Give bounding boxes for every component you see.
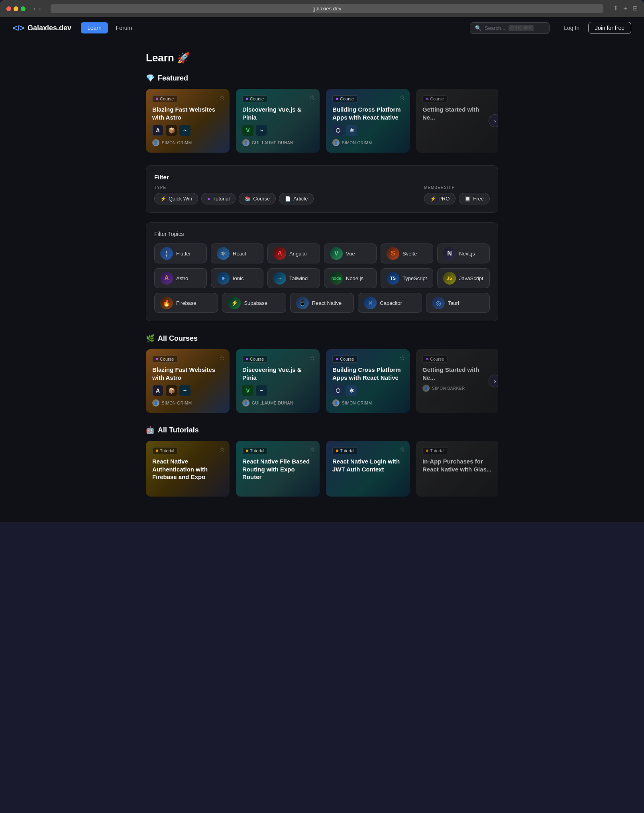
bookmark-icon[interactable]: ☆ bbox=[309, 446, 315, 453]
bookmark-icon[interactable]: ☆ bbox=[399, 446, 405, 453]
next-button-courses[interactable]: › bbox=[489, 375, 498, 387]
tech-icon-rn: ⬡ bbox=[332, 385, 344, 396]
topic-tauri[interactable]: ◎ Tauri bbox=[426, 293, 490, 313]
tutorial-card-1[interactable]: Tutorial ☆ React Native Authentication w… bbox=[146, 441, 230, 497]
topics-row-1: ⟩ Flutter ⚛ React A Angular V bbox=[154, 244, 490, 263]
card-badge: Tutorial bbox=[152, 447, 178, 454]
forward-button[interactable]: › bbox=[39, 5, 41, 12]
card-author: 👤 SIMON BARKER bbox=[422, 385, 493, 392]
membership-filter: MEMBERSHIP ⚡ PRO 🔲 Free bbox=[424, 185, 490, 204]
topics-row-2: A Astro ● Ionic ~ Tailwind node bbox=[154, 268, 490, 288]
bookmark-icon[interactable]: ☆ bbox=[399, 94, 405, 101]
topic-flutter[interactable]: ⟩ Flutter bbox=[154, 244, 207, 263]
tech-icon-tw2: ~ bbox=[256, 125, 267, 136]
topic-svelte[interactable]: S Svelte bbox=[381, 244, 433, 263]
card-title: Blazing Fast Websites with Astro bbox=[152, 106, 223, 121]
topic-nodejs[interactable]: node Node.js bbox=[324, 268, 377, 288]
card-badge: Course bbox=[332, 95, 357, 102]
card-badge: Course bbox=[422, 355, 448, 363]
badge-dot bbox=[246, 450, 248, 452]
card-author: 👤 SIMON GRIMM bbox=[152, 399, 223, 406]
nav-forum[interactable]: Forum bbox=[110, 22, 138, 33]
topic-react[interactable]: ⚛ React bbox=[211, 244, 263, 263]
all-tutorials-cards: Tutorial ☆ React Native Authentication w… bbox=[146, 441, 498, 497]
all-courses-cards: Course ☆ Blazing Fast Websites with Astr… bbox=[146, 349, 498, 413]
free-filter[interactable]: 🔲 Free bbox=[459, 193, 490, 204]
back-button[interactable]: ‹ bbox=[33, 5, 35, 12]
close-button[interactable] bbox=[6, 6, 11, 11]
topic-angular[interactable]: A Angular bbox=[267, 244, 320, 263]
card-author: 👤 SIMON GRIMM bbox=[332, 399, 403, 406]
badge-dot bbox=[336, 358, 338, 360]
tech-icon-react: ⚛ bbox=[346, 385, 357, 396]
next-button[interactable]: › bbox=[489, 114, 498, 127]
badge-dot bbox=[426, 98, 428, 100]
tech-icon-a: A bbox=[152, 125, 163, 136]
join-button[interactable]: Join for free bbox=[588, 22, 631, 34]
tutorial-card-4[interactable]: Tutorial In-App Purchases for React Nati… bbox=[416, 441, 498, 497]
logo[interactable]: </> Galaxies.dev bbox=[13, 24, 71, 33]
bookmark-icon[interactable]: ☆ bbox=[309, 94, 315, 101]
all-tutorials-row: Tutorial ☆ React Native Authentication w… bbox=[146, 441, 498, 497]
tutorial-card-3[interactable]: Tutorial ☆ React Native Login with JWT A… bbox=[326, 441, 410, 497]
bookmark-icon[interactable]: ☆ bbox=[399, 354, 405, 361]
topic-tailwind[interactable]: ~ Tailwind bbox=[267, 268, 320, 288]
topic-vue[interactable]: V Vue bbox=[324, 244, 377, 263]
card-title: Building Cross Platform Apps with React … bbox=[332, 366, 403, 381]
address-bar[interactable]: galaxies.dev bbox=[51, 4, 603, 13]
tutorial-filter[interactable]: ● Tutorial bbox=[201, 193, 236, 204]
topic-firebase[interactable]: 🔥 Firebase bbox=[154, 293, 218, 313]
bookmark-icon[interactable]: ☆ bbox=[309, 354, 315, 361]
minimize-button[interactable] bbox=[14, 6, 18, 11]
quickwin-filter[interactable]: ⚡ Quick Win bbox=[154, 193, 198, 204]
author-avatar: 👤 bbox=[242, 399, 249, 406]
author-avatar: 👤 bbox=[332, 139, 340, 146]
nav-auth: Log In Join for free bbox=[559, 22, 631, 34]
course-card-1[interactable]: Course ☆ Blazing Fast Websites with Astr… bbox=[146, 349, 230, 413]
course-card-2[interactable]: Course ☆ Discovering Vue.js & Pinia V ~ … bbox=[236, 349, 320, 413]
astro-icon: A bbox=[160, 272, 173, 285]
bookmark-icon[interactable]: ☆ bbox=[219, 94, 225, 101]
card-title: React Native File Based Routing with Exp… bbox=[242, 458, 313, 481]
tutorial-icon: ● bbox=[207, 196, 210, 202]
course-filter[interactable]: 📚 Course bbox=[239, 193, 276, 204]
svelte-icon: S bbox=[387, 247, 399, 260]
featured-card-4[interactable]: Course Getting Started with Ne... bbox=[416, 89, 498, 153]
topic-nextjs[interactable]: N Next.js bbox=[437, 244, 490, 263]
type-label: TYPE bbox=[154, 185, 314, 190]
course-card-4[interactable]: Course Getting Started with Ne... 👤 SIMO… bbox=[416, 349, 498, 413]
badge-dot bbox=[336, 450, 338, 452]
page-content: </> Galaxies.dev Learn Forum 🔍 Search...… bbox=[0, 17, 644, 522]
article-filter[interactable]: 📄 Article bbox=[279, 193, 314, 204]
topic-typescript[interactable]: TS TypeScript bbox=[381, 268, 433, 288]
featured-card-1[interactable]: Course ☆ Blazing Fast Websites with Astr… bbox=[146, 89, 230, 153]
tabs-icon[interactable]: ⊞ bbox=[632, 4, 638, 13]
login-button[interactable]: Log In bbox=[559, 22, 584, 33]
badge-dot bbox=[336, 98, 338, 100]
card-title: In-App Purchases for React Native with G… bbox=[422, 458, 493, 473]
tech-icon-react: ⚛ bbox=[346, 125, 357, 136]
topic-capacitor[interactable]: ✕ Capacitor bbox=[358, 293, 422, 313]
featured-card-2[interactable]: Course ☆ Discovering Vue.js & Pinia V ~ … bbox=[236, 89, 320, 153]
topic-reactnative[interactable]: 📱 React Native bbox=[290, 293, 354, 313]
topic-ionic[interactable]: ● Ionic bbox=[211, 268, 263, 288]
topic-astro[interactable]: A Astro bbox=[154, 268, 207, 288]
topic-javascript[interactable]: JS JavaScript bbox=[437, 268, 490, 288]
logo-icon: </> bbox=[13, 24, 24, 33]
badge-dot bbox=[246, 98, 248, 100]
bookmark-icon[interactable]: ☆ bbox=[219, 354, 225, 361]
share-icon[interactable]: ⬆ bbox=[613, 4, 618, 13]
nav-learn[interactable]: Learn bbox=[81, 22, 108, 33]
course-card-3[interactable]: Course ☆ Building Cross Platform Apps wi… bbox=[326, 349, 410, 413]
featured-card-3[interactable]: Course ☆ Building Cross Platform Apps wi… bbox=[326, 89, 410, 153]
search-bar[interactable]: 🔍 Search... Ctrl K, ⌘ K bbox=[470, 22, 550, 34]
topic-supabase[interactable]: ⚡ Supabase bbox=[222, 293, 286, 313]
new-tab-icon[interactable]: ＋ bbox=[622, 4, 628, 13]
card-title: Blazing Fast Websites with Astro bbox=[152, 366, 223, 381]
traffic-lights bbox=[6, 6, 26, 11]
pro-filter[interactable]: ⚡ PRO bbox=[424, 193, 456, 204]
tutorial-card-2[interactable]: Tutorial ☆ React Native File Based Routi… bbox=[236, 441, 320, 497]
membership-label: MEMBERSHIP bbox=[424, 185, 490, 190]
bookmark-icon[interactable]: ☆ bbox=[219, 446, 225, 453]
maximize-button[interactable] bbox=[21, 6, 26, 11]
